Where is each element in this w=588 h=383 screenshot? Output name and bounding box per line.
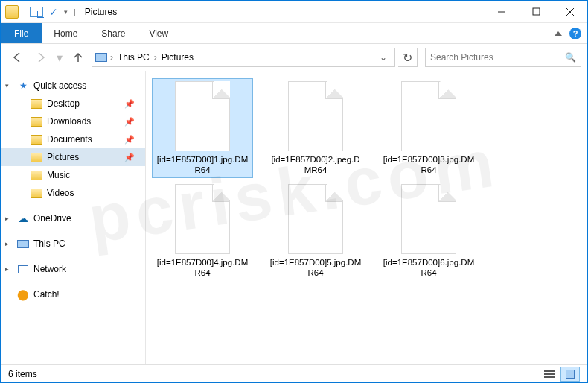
qat-dropdown-icon[interactable]: ▾ [64, 8, 68, 16]
network-label: Network [33, 264, 66, 274]
item-count: 6 items [8, 369, 37, 379]
thispc-label: This PC [33, 238, 65, 249]
breadcrumb-folder[interactable]: Pictures [157, 52, 198, 63]
navigation-pane: ▾★Quick access Desktop📌 Downloads📌 Docum… [1, 71, 146, 364]
breadcrumb-root[interactable]: This PC [113, 52, 154, 63]
details-view-button[interactable] [540, 367, 559, 382]
file-icon [288, 81, 343, 151]
file-name: [id=1E857D00]1.jpg.DMR64 [155, 154, 250, 175]
file-icon [175, 81, 230, 151]
sidebar-item-music[interactable]: Music [1, 166, 145, 184]
sidebar-label: Downloads [47, 116, 91, 127]
sidebar-label: Documents [47, 134, 92, 145]
sidebar-label: Music [47, 170, 70, 180]
sidebar-onedrive[interactable]: ▸☁OneDrive [1, 209, 145, 227]
file-name: [id=1E857D00]3.jpg.DMR64 [381, 154, 476, 175]
search-placeholder: Search Pictures [430, 52, 493, 63]
view-tab[interactable]: View [137, 23, 180, 43]
file-item[interactable]: [id=1E857D00]5.jpg.DMR64 [265, 181, 366, 281]
home-tab[interactable]: Home [42, 23, 89, 43]
pin-icon: 📌 [124, 135, 135, 145]
close-button[interactable] [553, 1, 587, 23]
catch-label: Catch! [33, 289, 60, 300]
file-name: [id=1E857D00]2.jpeg.DMR64 [268, 154, 363, 175]
pin-icon: 📌 [124, 117, 135, 127]
large-icons-view-button[interactable] [560, 367, 580, 382]
file-item[interactable]: [id=1E857D00]1.jpg.DMR64 [152, 78, 253, 178]
sidebar-label: Videos [47, 188, 74, 198]
file-icon [401, 184, 456, 254]
sidebar-label: Pictures [47, 152, 79, 162]
address-dropdown-icon[interactable]: ⌄ [375, 52, 392, 63]
file-item[interactable]: [id=1E857D00]3.jpg.DMR64 [378, 78, 479, 178]
pin-icon: 📌 [124, 99, 135, 109]
sidebar-item-pictures[interactable]: Pictures📌 [1, 148, 145, 166]
folder-icon [5, 5, 19, 19]
maximize-button[interactable] [519, 1, 553, 23]
pin-icon: 📌 [124, 153, 135, 162]
file-icon [288, 184, 343, 254]
recent-dropdown-icon[interactable]: ▾ [54, 47, 65, 68]
file-item[interactable]: [id=1E857D00]4.jpg.DMR64 [152, 181, 253, 281]
separator [25, 5, 25, 19]
file-tab[interactable]: File [1, 23, 42, 43]
status-bar: 6 items [1, 364, 587, 382]
body: ▾★Quick access Desktop📌 Downloads📌 Docum… [1, 71, 587, 364]
sidebar-thispc[interactable]: ▸This PC [1, 235, 145, 253]
properties-icon[interactable] [30, 7, 43, 17]
file-name: [id=1E857D00]6.jpg.DMR64 [381, 257, 476, 278]
collapse-ribbon-icon[interactable] [555, 31, 562, 36]
up-button[interactable] [68, 47, 89, 68]
search-icon: 🔍 [565, 52, 576, 63]
search-input[interactable]: Search Pictures 🔍 [425, 48, 581, 67]
address-bar[interactable]: › This PC › Pictures ⌄ [92, 48, 395, 67]
svg-rect-1 [533, 8, 540, 15]
back-button[interactable] [7, 47, 28, 68]
refresh-button[interactable]: ↻ [398, 48, 418, 67]
sidebar-network[interactable]: ▸Network [1, 260, 145, 278]
quick-access-toolbar: ✓ ▾ [1, 1, 71, 22]
ribbon: File Home Share View ? [1, 23, 587, 44]
window-title: Pictures [85, 7, 117, 17]
file-name: [id=1E857D00]4.jpg.DMR64 [155, 257, 250, 278]
sidebar-item-downloads[interactable]: Downloads📌 [1, 113, 145, 130]
file-item[interactable]: [id=1E857D00]6.jpg.DMR64 [378, 181, 479, 281]
sidebar-item-documents[interactable]: Documents📌 [1, 130, 145, 148]
minimize-button[interactable] [485, 1, 519, 23]
help-icon[interactable]: ? [569, 28, 581, 39]
quick-access[interactable]: ▾★Quick access [1, 77, 145, 95]
quick-access-label: Quick access [33, 80, 86, 91]
forward-button[interactable] [31, 47, 51, 68]
share-tab[interactable]: Share [89, 23, 137, 43]
file-item[interactable]: [id=1E857D00]2.jpeg.DMR64 [265, 78, 366, 178]
file-list: [id=1E857D00]1.jpg.DMR64 [id=1E857D00]2.… [146, 71, 587, 364]
sidebar-label: Desktop [47, 98, 80, 109]
file-icon [401, 81, 456, 151]
navigation-bar: ▾ › This PC › Pictures ⌄ ↻ Search Pictur… [1, 44, 587, 71]
sidebar-item-desktop[interactable]: Desktop📌 [1, 95, 145, 113]
file-name: [id=1E857D00]5.jpg.DMR64 [268, 257, 363, 278]
check-icon: ✓ [49, 6, 58, 18]
sidebar-item-videos[interactable]: Videos [1, 184, 145, 202]
pc-icon [95, 53, 107, 62]
title-bar: ✓ ▾ | Pictures [1, 1, 587, 23]
sidebar-catch[interactable]: ⬤Catch! [1, 285, 145, 303]
file-icon [175, 184, 230, 254]
onedrive-label: OneDrive [33, 213, 71, 224]
title-separator: | [74, 7, 76, 16]
